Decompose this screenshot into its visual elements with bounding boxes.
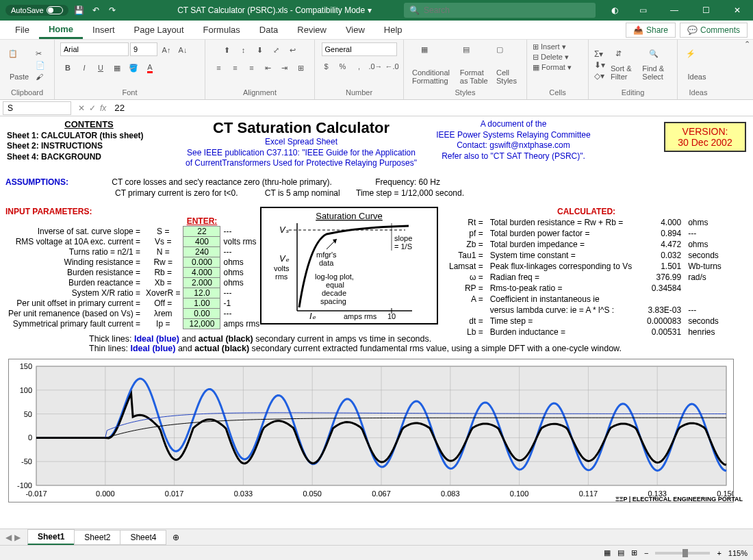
document-info: A document of the IEEE Power Systems Rel… <box>418 119 609 162</box>
number-format-select[interactable] <box>322 42 397 56</box>
main-chart: -100-50050100150-0.0170.0000.0170.0330.0… <box>8 359 734 502</box>
dec-decimal-icon[interactable]: ←.0 <box>385 59 400 74</box>
svg-text:decade: decade <box>322 289 346 297</box>
window-title: CT SAT Calculator (PSRC).xls - Compatibi… <box>118 5 404 15</box>
align-middle-icon[interactable]: ↕ <box>236 42 251 58</box>
svg-text:spacing: spacing <box>320 297 346 305</box>
formula-bar: S ✕✓fx <box>0 100 753 116</box>
collapse-ribbon-icon[interactable]: ⌃ <box>744 40 750 49</box>
zoom-level[interactable]: 115% <box>728 549 748 557</box>
menu-formulas[interactable]: Formulas <box>194 22 250 38</box>
close-icon[interactable]: ✕ <box>722 0 753 21</box>
view-page-icon[interactable]: ▤ <box>617 548 624 557</box>
svg-text:rms: rms <box>275 272 288 281</box>
menu-review[interactable]: Review <box>288 22 336 38</box>
align-right-icon[interactable]: ≡ <box>244 60 259 75</box>
find-select-button[interactable]: 🔍Find & Select <box>639 49 672 81</box>
wrap-text-icon[interactable]: ↩ <box>285 42 301 58</box>
worksheet[interactable]: CONTENTS Sheet 1: CALCULATOR (this sheet… <box>0 116 753 526</box>
font-size-select[interactable] <box>130 42 157 56</box>
view-break-icon[interactable]: ⊞ <box>631 548 637 557</box>
save-icon[interactable]: 💾 <box>74 5 85 16</box>
autosave-toggle[interactable]: AutoSave <box>5 5 68 16</box>
underline-button[interactable]: U <box>93 60 108 75</box>
tab-nav-next-icon[interactable]: ▶ <box>14 533 21 542</box>
tab-nav-prev-icon[interactable]: ◀ <box>5 533 12 542</box>
sort-filter-button[interactable]: ⇵Sort & Filter <box>608 49 637 81</box>
menu-view[interactable]: View <box>336 22 374 38</box>
menu-home[interactable]: Home <box>39 21 83 39</box>
sheet-tab-4[interactable]: Sheet4 <box>120 530 166 545</box>
comments-button[interactable]: 💬 Comments <box>680 23 748 38</box>
maximize-icon[interactable]: ☐ <box>690 0 722 21</box>
svg-text:-50: -50 <box>21 457 32 466</box>
clear-icon[interactable]: ◇▾ <box>594 71 605 81</box>
svg-text:0.067: 0.067 <box>372 489 391 498</box>
title-block: CT Saturation Calculator Excel Spread Sh… <box>171 119 431 169</box>
comma-icon[interactable]: , <box>352 59 367 74</box>
account-icon[interactable]: ◐ <box>609 5 620 16</box>
italic-button[interactable]: I <box>77 60 92 75</box>
sheet-tab-1[interactable]: Sheet1 <box>27 529 75 546</box>
sheet-tab-2[interactable]: Sheet2 <box>74 530 120 545</box>
menu-page-layout[interactable]: Page Layout <box>125 22 194 38</box>
fx-icon[interactable]: fx <box>100 103 106 113</box>
titlebar: AutoSave 💾 ↶ ↷ CT SAT Calculator (PSRC).… <box>0 0 753 21</box>
format-as-table-button[interactable]: ▤Format as Table <box>457 45 491 85</box>
name-box[interactable]: S <box>3 101 71 115</box>
ribbon-options-icon[interactable]: ▭ <box>627 0 659 21</box>
cut-icon[interactable]: ✂ <box>36 49 45 58</box>
share-button[interactable]: 📤 Share <box>626 23 676 38</box>
zoom-out-icon[interactable]: − <box>644 549 648 557</box>
zoom-in-icon[interactable]: + <box>717 549 721 557</box>
menu-help[interactable]: Help <box>374 22 412 38</box>
menu-file[interactable]: File <box>5 22 39 38</box>
minimize-icon[interactable]: — <box>659 0 690 21</box>
fill-color-button[interactable]: 🪣 <box>126 60 141 75</box>
font-color-button[interactable]: A <box>142 60 157 75</box>
formula-input[interactable] <box>110 101 753 115</box>
percent-icon[interactable]: % <box>335 59 350 74</box>
align-center-icon[interactable]: ≡ <box>228 60 243 75</box>
cell-styles-button[interactable]: ▢Cell Styles <box>494 45 521 85</box>
bold-button[interactable]: B <box>60 60 75 75</box>
orientation-icon[interactable]: ⤢ <box>269 42 284 58</box>
align-top-icon[interactable]: ⬆ <box>220 42 235 58</box>
format-painter-icon[interactable]: 🖌 <box>36 73 45 81</box>
input-parameters: INPUT PARAMETERS: ENTER:Inverse of sat. … <box>5 207 262 329</box>
autosum-icon[interactable]: Σ▾ <box>594 49 605 59</box>
undo-icon[interactable]: ↶ <box>90 5 101 16</box>
search-input[interactable] <box>424 5 590 15</box>
statusbar: ▦ ▤ ⊞ − + 115% <box>0 545 753 560</box>
fill-icon[interactable]: ⬇▾ <box>594 60 605 70</box>
svg-text:amps rms: amps rms <box>344 312 377 320</box>
indent-left-icon[interactable]: ⇤ <box>261 60 276 75</box>
copy-icon[interactable]: 📄 <box>36 61 45 70</box>
enter-formula-icon[interactable]: ✓ <box>89 103 96 113</box>
align-left-icon[interactable]: ≡ <box>212 60 227 75</box>
decrease-font-icon[interactable]: A↓ <box>175 42 190 58</box>
font-name-select[interactable] <box>60 42 129 56</box>
search-bar[interactable]: 🔍 <box>404 3 596 18</box>
align-bottom-icon[interactable]: ⬇ <box>253 42 268 58</box>
merge-icon[interactable]: ⊞ <box>294 60 309 75</box>
border-button[interactable]: ▦ <box>110 60 125 75</box>
indent-right-icon[interactable]: ⇥ <box>277 60 292 75</box>
conditional-formatting-button[interactable]: ▦Conditional Formatting <box>409 45 455 85</box>
inc-decimal-icon[interactable]: .0→ <box>368 59 383 74</box>
zoom-slider[interactable] <box>655 552 710 555</box>
format-cells-button[interactable]: ▦ Format ▾ <box>533 63 572 72</box>
view-normal-icon[interactable]: ▦ <box>604 548 611 557</box>
svg-text:0.033: 0.033 <box>234 489 253 498</box>
menu-data[interactable]: Data <box>250 22 288 38</box>
menu-insert[interactable]: Insert <box>83 22 125 38</box>
cancel-formula-icon[interactable]: ✕ <box>78 103 85 113</box>
paste-button[interactable]: 📋Paste <box>5 49 33 81</box>
ideas-button[interactable]: ⚡Ideas <box>683 49 711 81</box>
new-sheet-button[interactable]: ⊕ <box>166 531 186 544</box>
delete-cells-button[interactable]: ⊟ Delete ▾ <box>533 53 569 62</box>
redo-icon[interactable]: ↷ <box>107 5 118 16</box>
insert-cells-button[interactable]: ⊞ Insert ▾ <box>533 42 566 51</box>
currency-icon[interactable]: $ <box>319 59 334 74</box>
increase-font-icon[interactable]: A↑ <box>159 42 174 58</box>
